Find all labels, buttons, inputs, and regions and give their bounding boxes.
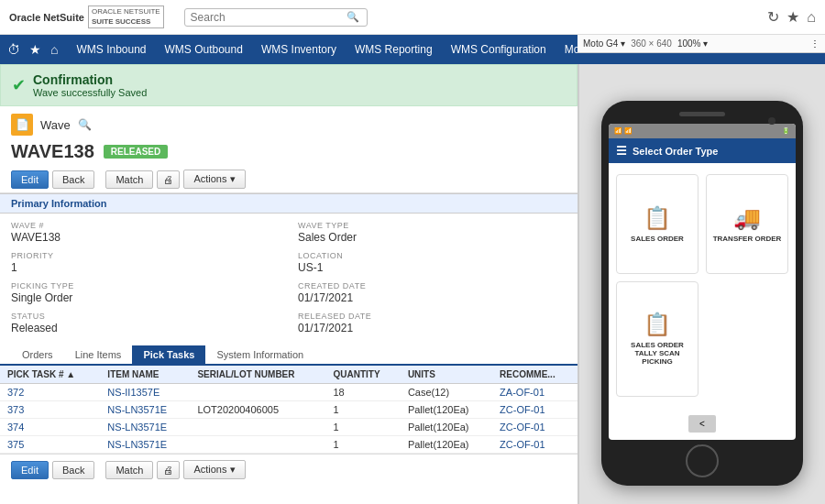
- phone-battery: 🔋: [782, 127, 790, 135]
- nav-wms-outbound[interactable]: WMS Outbound: [156, 35, 252, 64]
- sales-order-label: SALES ORDER: [631, 235, 684, 243]
- cell-item-name: NS-LN3571E: [100, 436, 190, 454]
- nav-wms-configuration[interactable]: WMS Configuration: [442, 35, 556, 64]
- home-nav-icon[interactable]: ⌂: [50, 42, 58, 57]
- cell-quantity: 1: [325, 436, 400, 454]
- priority-label: PRIORITY: [11, 251, 280, 260]
- back-button[interactable]: Back: [52, 170, 94, 189]
- created-date-label: CREATED DATE: [298, 281, 566, 290]
- col-units: UNITS: [401, 366, 492, 384]
- tally-scan-label: Sales Order Tally Scan Picking: [621, 341, 694, 366]
- bottom-back-button[interactable]: Back: [52, 461, 94, 479]
- table-row: 372 NS-II1357E 18 Case(12) ZA-OF-01: [0, 384, 578, 401]
- actions-button[interactable]: Actions ▾: [183, 170, 245, 189]
- pick-tasks-table: PICK TASK # ▲ ITEM NAME SERIAL/LOT NUMBE…: [0, 366, 578, 454]
- status-badge: RELEASED: [104, 145, 168, 159]
- picking-type-value: Single Order: [11, 291, 280, 304]
- cell-item-name: NS-II1357E: [100, 384, 190, 401]
- table-row: 373 NS-LN3571E LOT20200406005 1 Pallet(1…: [0, 401, 578, 419]
- created-date-value: 01/17/2021: [298, 291, 566, 304]
- table-row: 374 NS-LN3571E 1 Pallet(120Ea) ZC-OF-01: [0, 419, 578, 436]
- phone-order-grid: 📋 SALES ORDER 🚚 TRANSFER ORDER 📋 Sales O…: [609, 163, 796, 408]
- bottom-match-button[interactable]: Match: [105, 461, 153, 479]
- confirmation-title: Confirmation: [33, 72, 147, 87]
- wave-search-icon[interactable]: 🔍: [78, 118, 92, 131]
- nav-wms-reporting[interactable]: WMS Reporting: [346, 35, 442, 64]
- bottom-toolbar: Edit Back Match 🖨 Actions ▾: [0, 454, 578, 485]
- wave-label: Wave: [40, 118, 71, 132]
- location-field: LOCATION US-1: [298, 251, 566, 274]
- cell-serial-lot: [190, 419, 325, 436]
- oracle-logo: Oracle NetSuite: [9, 12, 84, 23]
- tab-system-info[interactable]: System Information: [205, 345, 314, 366]
- picking-type-label: PICKING TYPE: [11, 281, 280, 290]
- bottom-print-button[interactable]: 🖨: [157, 461, 180, 479]
- search-icon: 🔍: [346, 11, 359, 23]
- cell-pick-task: 372: [0, 384, 100, 401]
- cell-item-name: NS-LN3571E: [100, 419, 190, 436]
- released-date-field: RELEASED DATE 01/17/2021: [298, 312, 566, 334]
- status-field: STATUS Released: [11, 312, 280, 334]
- top-toolbar: Edit Back Match 🖨 Actions ▾: [0, 166, 578, 193]
- phone-tile-tally-scan[interactable]: 📋 Sales Order Tally Scan Picking: [616, 281, 698, 398]
- right-panel: Moto G4 ▾ 360 × 640 100% ▾ ⋮ 📶 📶 🔋 ☰ Sel…: [578, 64, 825, 504]
- phone-tile-transfer-order[interactable]: 🚚 TRANSFER ORDER: [706, 174, 788, 274]
- released-date-label: RELEASED DATE: [298, 312, 566, 321]
- cell-recommended: ZC-OF-01: [492, 419, 578, 436]
- phone-status-bar: 📶 📶 🔋: [609, 124, 796, 138]
- clock-icon[interactable]: ⏱: [7, 42, 20, 57]
- released-date-value: 01/17/2021: [298, 322, 566, 334]
- main-area: ✔ Confirmation Wave successfully Saved 📄…: [0, 64, 825, 504]
- wave-number-field: WAVE # WAVE138: [11, 221, 280, 244]
- search-input[interactable]: [191, 11, 346, 24]
- bottom-actions-button[interactable]: Actions ▾: [183, 460, 245, 479]
- confirmation-subtitle: Wave successfully Saved: [33, 87, 147, 98]
- phone-speaker: [679, 112, 725, 116]
- top-icons: ↻ ★ ⌂: [767, 8, 816, 26]
- col-recommended: RECOMME...: [492, 366, 578, 384]
- cell-item-name: NS-LN3571E: [100, 401, 190, 419]
- col-item-name: ITEM NAME: [100, 366, 190, 384]
- table-row: 375 NS-LN3571E 1 Pallet(120Ea) ZC-OF-01: [0, 436, 578, 454]
- check-icon: ✔: [12, 75, 26, 95]
- cell-recommended: ZA-OF-01: [492, 384, 578, 401]
- refresh-icon[interactable]: ↻: [767, 8, 779, 26]
- bottom-edit-button[interactable]: Edit: [11, 461, 49, 479]
- priority-field: PRIORITY 1: [11, 251, 280, 274]
- cell-quantity: 18: [325, 384, 400, 401]
- star-icon[interactable]: ★: [786, 8, 799, 26]
- hamburger-icon[interactable]: ☰: [616, 144, 627, 158]
- match-button[interactable]: Match: [105, 170, 153, 189]
- cell-quantity: 1: [325, 419, 400, 436]
- tab-pick-tasks[interactable]: Pick Tasks: [132, 345, 205, 366]
- wave-type-value: Sales Order: [298, 231, 566, 244]
- home-icon[interactable]: ⌂: [807, 9, 816, 26]
- top-bar: Oracle NetSuite ORACLE NETSUITESUITE SUC…: [0, 0, 825, 35]
- phone-back-button[interactable]: <: [688, 415, 716, 433]
- sales-order-icon: 📋: [644, 205, 671, 231]
- picking-type-field: PICKING TYPE Single Order: [11, 281, 280, 304]
- cell-units: Pallet(120Ea): [401, 419, 492, 436]
- phone-app-header: ☰ Select Order Type: [609, 138, 796, 163]
- col-pick-task[interactable]: PICK TASK # ▲: [0, 366, 100, 384]
- phone-tile-sales-order[interactable]: 📋 SALES ORDER: [616, 174, 698, 274]
- wave-type-label: WAVE TYPE: [298, 221, 566, 230]
- cell-serial-lot: [190, 384, 325, 401]
- star-nav-icon[interactable]: ★: [29, 42, 41, 57]
- tab-orders[interactable]: Orders: [11, 345, 64, 366]
- wave-number-label: WAVE #: [11, 221, 280, 230]
- print-button[interactable]: 🖨: [157, 170, 180, 189]
- edit-button[interactable]: Edit: [11, 170, 49, 189]
- nav-wms-inbound[interactable]: WMS Inbound: [67, 35, 155, 64]
- phone-home-button[interactable]: [686, 444, 719, 477]
- search-box[interactable]: 🔍: [184, 8, 368, 27]
- tabs-bar: Orders Line Items Pick Tasks System Info…: [0, 345, 578, 366]
- wave-type-field: WAVE TYPE Sales Order: [298, 221, 566, 244]
- phone-camera: [768, 117, 776, 125]
- cell-units: Case(12): [401, 384, 492, 401]
- phone-bottom: [609, 447, 796, 475]
- left-panel: ✔ Confirmation Wave successfully Saved 📄…: [0, 64, 578, 504]
- tab-line-items[interactable]: Line Items: [64, 345, 133, 366]
- cell-serial-lot: LOT20200406005: [190, 401, 325, 419]
- nav-wms-inventory[interactable]: WMS Inventory: [252, 35, 346, 64]
